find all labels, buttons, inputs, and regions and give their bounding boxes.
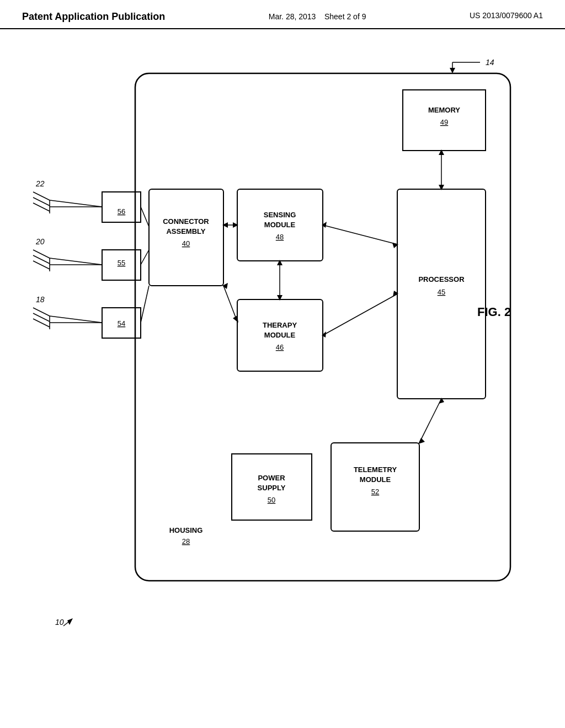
housing-num: 28 bbox=[182, 537, 190, 545]
therapy-label: THERAPY bbox=[263, 321, 297, 329]
svg-marker-57 bbox=[67, 618, 73, 625]
page-header: Patent Application Publication Mar. 28, … bbox=[0, 0, 565, 29]
therapy-label2: MODULE bbox=[264, 331, 296, 339]
telemetry-num: 52 bbox=[371, 488, 379, 496]
publication-label: Patent Application Publication bbox=[22, 11, 165, 23]
svg-line-53 bbox=[419, 399, 441, 443]
svg-line-33 bbox=[50, 200, 102, 207]
svg-line-39 bbox=[50, 258, 102, 265]
b55-num: 55 bbox=[118, 259, 125, 267]
sensing-num: 48 bbox=[276, 233, 284, 241]
svg-line-45 bbox=[50, 316, 102, 323]
date: Mar. 28, 2013 bbox=[269, 12, 316, 21]
b54-num: 54 bbox=[118, 319, 125, 328]
ref-18: 18 bbox=[36, 295, 45, 304]
therapy-num: 46 bbox=[276, 343, 284, 351]
svg-marker-3 bbox=[450, 68, 455, 73]
processor-num: 45 bbox=[438, 288, 445, 296]
ref-22: 22 bbox=[35, 179, 45, 188]
connector-label2: ASSEMBLY bbox=[166, 227, 205, 235]
sensing-label2: MODULE bbox=[264, 221, 296, 229]
diagram-area: 14 MEMORY 49 PROCESSOR 45 SENSING MODULE… bbox=[0, 29, 565, 702]
telemetry-label2: MODULE bbox=[360, 475, 391, 484]
svg-line-30 bbox=[141, 250, 149, 265]
svg-rect-20 bbox=[149, 189, 223, 286]
patent-number: US 2013/0079600 A1 bbox=[470, 11, 543, 20]
connector-label1: CONNECTOR bbox=[163, 217, 209, 226]
svg-line-32 bbox=[141, 286, 149, 323]
svg-rect-52 bbox=[331, 443, 419, 531]
processor-label: PROCESSOR bbox=[418, 275, 465, 283]
sheet: Sheet 2 of 9 bbox=[324, 12, 366, 21]
svg-line-28 bbox=[141, 207, 149, 227]
memory-label: MEMORY bbox=[428, 106, 460, 114]
fig-label: FIG. 2 bbox=[477, 305, 511, 319]
memory-num: 49 bbox=[440, 118, 448, 126]
svg-marker-55 bbox=[418, 438, 425, 444]
svg-line-14 bbox=[323, 294, 397, 335]
ref-14: 14 bbox=[486, 58, 494, 67]
date-sheet: Mar. 28, 2013 Sheet 2 of 9 bbox=[269, 11, 366, 23]
svg-line-24 bbox=[223, 286, 237, 322]
connector-num: 40 bbox=[182, 239, 190, 248]
power-label2: SUPPLY bbox=[258, 484, 286, 492]
power-label1: POWER bbox=[258, 474, 285, 482]
sensing-label: SENSING bbox=[264, 211, 296, 219]
power-num: 50 bbox=[268, 496, 275, 504]
svg-line-10 bbox=[323, 225, 397, 244]
housing-label: HOUSING bbox=[169, 526, 203, 534]
ref-10: 10 bbox=[55, 618, 64, 627]
ref-20: 20 bbox=[35, 237, 45, 246]
telemetry-label1: TELEMETRY bbox=[354, 465, 397, 474]
b56-num: 56 bbox=[118, 207, 125, 216]
